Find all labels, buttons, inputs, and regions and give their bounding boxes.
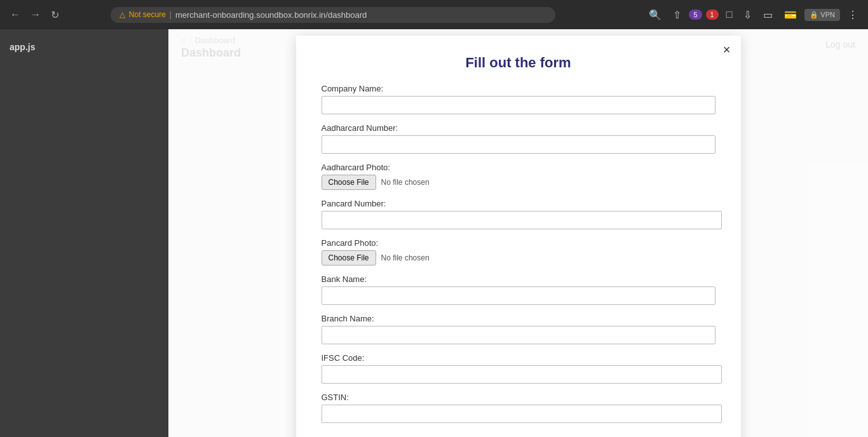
bank-name-input[interactable] [322, 286, 715, 305]
nav-buttons: ← → ↻ [6, 6, 63, 24]
aadharcard-number-group: Aadharcard Number: [322, 123, 715, 154]
modal-title: Fill out the form [322, 55, 715, 71]
gstin-input[interactable] [322, 405, 722, 423]
warning-icon: △ [119, 10, 125, 19]
main-content: ⌂ / Dashboard Dashboard Log out × Fill o… [168, 29, 868, 437]
pancard-choose-file-button[interactable]: Choose File [322, 250, 376, 266]
aadharcard-choose-file-button[interactable]: Choose File [322, 175, 376, 190]
pancard-file-wrapper: Choose File No file chosen [322, 250, 715, 266]
branch-name-group: Branch Name: [322, 314, 715, 344]
back-button[interactable]: ← [6, 6, 24, 23]
bank-name-group: Bank Name: [322, 274, 715, 305]
browser-actions: 🔍 ⇧ 5 1 □ ⇩ ▭ 💳 🔒 VPN ⋮ [645, 6, 862, 24]
reload-button[interactable]: ↻ [47, 6, 63, 24]
sidebar: app.js [0, 29, 168, 437]
pancard-no-file-text: No file chosen [381, 253, 430, 262]
company-name-group: Company Name: [322, 84, 715, 114]
pancard-number-label: Pancard Number: [322, 199, 715, 208]
sidebar-toggle-button[interactable]: ▭ [759, 6, 776, 24]
modal-overlay: × Fill out the form Company Name: Aadhar… [168, 29, 868, 437]
app-area: app.js ⌂ / Dashboard Dashboard Log out ×… [0, 29, 868, 437]
aadharcard-number-label: Aadharcard Number: [322, 123, 715, 133]
sidebar-app-label: app.js [10, 42, 159, 52]
vpn-badge[interactable]: 🔒 VPN [804, 9, 840, 21]
not-secure-label: Not secure [129, 10, 166, 19]
address-separator: | [170, 10, 172, 19]
search-action-button[interactable]: 🔍 [645, 6, 665, 24]
pancard-photo-label: Pancard Photo: [322, 238, 715, 248]
aadharcard-photo-label: Aadharcard Photo: [322, 163, 715, 172]
bank-name-label: Bank Name: [322, 274, 715, 284]
aadharcard-file-wrapper: Choose File No file chosen [322, 175, 715, 190]
aadharcard-no-file-text: No file chosen [381, 178, 430, 187]
extensions-button[interactable]: □ [722, 6, 736, 23]
gstin-label: GSTIN: [322, 393, 715, 402]
extension-badge-1[interactable]: 5 [689, 10, 702, 20]
ifsc-code-group: IFSC Code: [322, 353, 715, 384]
modal-close-button[interactable]: × [723, 43, 731, 56]
menu-button[interactable]: ⋮ [844, 6, 862, 24]
extension-badge-2[interactable]: 1 [706, 10, 719, 20]
wallet-button[interactable]: 💳 [780, 6, 801, 24]
aadharcard-photo-group: Aadharcard Photo: Choose File No file ch… [322, 163, 715, 190]
ifsc-code-label: IFSC Code: [322, 353, 715, 363]
ifsc-code-input[interactable] [322, 365, 722, 384]
browser-chrome: ← → ↻ △ Not secure | merchant-onboarding… [0, 0, 868, 29]
pancard-number-input[interactable] [322, 211, 722, 229]
forward-button[interactable]: → [27, 6, 44, 23]
url-text: merchant-onboarding.soundbox.bonrix.in/d… [175, 10, 367, 20]
aadharcard-number-input[interactable] [322, 135, 715, 154]
branch-name-label: Branch Name: [322, 314, 715, 323]
share-action-button[interactable]: ⇧ [669, 6, 685, 24]
gstin-group: GSTIN: [322, 393, 715, 423]
pancard-photo-group: Pancard Photo: Choose File No file chose… [322, 238, 715, 266]
pancard-number-group: Pancard Number: [322, 199, 715, 229]
branch-name-input[interactable] [322, 326, 715, 344]
company-name-label: Company Name: [322, 84, 715, 93]
download-button[interactable]: ⇩ [740, 6, 756, 24]
company-name-input[interactable] [322, 96, 715, 114]
modal: × Fill out the form Company Name: Aadhar… [296, 36, 741, 437]
address-bar[interactable]: △ Not secure | merchant-onboarding.sound… [111, 7, 555, 23]
